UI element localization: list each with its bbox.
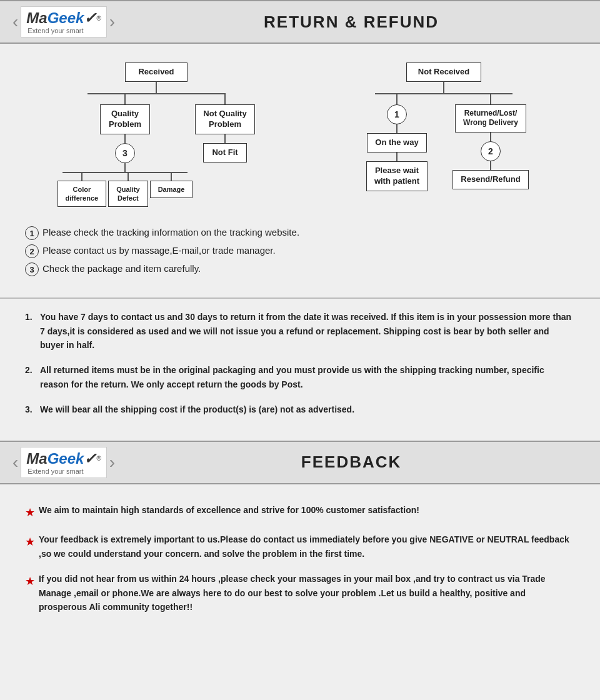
line-qp2 <box>124 134 126 143</box>
policy-num-3: 3. <box>25 402 38 416</box>
line-received-down <box>156 82 157 93</box>
logo-tagline-bottom: Extend your smart <box>28 468 83 475</box>
note-text-2: Please contact us by massage,E-mail,or t… <box>42 244 276 258</box>
page: ‹ MaGeek✓® Extend your smart › RETURN & … <box>0 0 600 700</box>
logo-x-text: ✓ <box>84 9 96 27</box>
feedback-text-2: Your feedback is extremely important to … <box>39 532 575 561</box>
flowchart-area: Received QualityProblem 3 <box>0 56 600 219</box>
feedback-text-3: If you did not hear from us within 24 ho… <box>39 572 575 614</box>
chevron-right-icon-2: › <box>109 454 115 471</box>
branch-line-nr: 1 On the way Please waitwith patient Ret… <box>350 93 538 191</box>
return-refund-title: RETURN & REFUND <box>115 12 588 32</box>
logo-reg-top: ® <box>96 15 101 22</box>
line-nr-down <box>443 82 444 93</box>
circle-1: 1 <box>387 104 407 124</box>
line-qp-down <box>124 93 126 104</box>
note-circle-1: 1 <box>25 226 39 240</box>
return-refund-header: ‹ MaGeek✓® Extend your smart › RETURN & … <box>0 0 600 44</box>
h-line-received <box>88 93 225 94</box>
line-ret-down <box>490 93 491 104</box>
policy-area: 1. You have 7 days to contact us and 30 … <box>0 304 600 440</box>
line-ret2 <box>490 132 491 141</box>
notes-area: 1 Please check the tracking information … <box>0 219 600 292</box>
not-quality-box: Not QualityProblem <box>195 104 254 134</box>
feedback-title: FEEDBACK <box>115 452 588 472</box>
returned-box: Returned/Lost/Wrong Delivery <box>455 104 526 132</box>
feedback-item-1: ★ We aim to maintain high standards of e… <box>25 503 575 522</box>
star-icon-2: ★ <box>25 533 35 551</box>
line-ret3 <box>490 161 491 170</box>
policy-text-1: You have 7 days to contact us and 30 day… <box>40 310 575 352</box>
line-nqp-down <box>224 93 226 104</box>
note-1: 1 Please check the tracking information … <box>25 226 575 240</box>
not-fit-box: Not Fit <box>203 143 247 162</box>
h-line-sub <box>62 172 188 173</box>
chevron-right-icon: › <box>109 13 115 31</box>
logo-badge-bottom: MaGeek✓® Extend your smart <box>21 447 106 478</box>
policy-text-3: We will bear all the shipping cost if th… <box>40 402 354 416</box>
feedback-header: ‹ MaGeek✓® Extend your smart › FEEDBACK <box>0 441 600 484</box>
resend-refund-box: Resend/Refund <box>452 170 528 189</box>
logo-tagline-top: Extend your smart <box>28 27 83 34</box>
branch-line-received: QualityProblem 3 Colordifference <box>56 93 256 207</box>
logo-inner-bottom: MaGeek✓® <box>26 450 101 468</box>
note-circle-2: 2 <box>25 244 39 258</box>
policy-item-2: 2. All returned items must be in the ori… <box>25 363 575 391</box>
line-otw3 <box>396 152 398 161</box>
not-quality-branch: Not QualityProblem Not Fit <box>194 93 256 162</box>
policy-num-1: 1. <box>25 310 38 324</box>
returned-branch: Returned/Lost/Wrong Delivery 2 Resend/Re… <box>444 93 538 189</box>
logo-geek-text: Geek <box>48 9 84 27</box>
policy-num-2: 2. <box>25 363 38 377</box>
color-diff-box: Colordifference <box>58 181 107 208</box>
logo-top: ‹ MaGeek✓® Extend your smart › <box>12 6 115 38</box>
line-nqp2 <box>224 134 226 143</box>
star-icon-3: ★ <box>25 572 35 591</box>
policy-item-3: 3. We will bear all the shipping cost if… <box>25 402 575 416</box>
note-text-1: Please check the tracking information on… <box>42 226 299 240</box>
logo-ma-text-2: Ma <box>26 450 47 468</box>
sub-branches: Colordifference QualityDefect Damage <box>56 172 194 208</box>
line-otw-down <box>396 93 398 104</box>
note-circle-3: 3 <box>25 262 39 276</box>
chevron-left-icon: ‹ <box>12 13 18 31</box>
quality-problem-branch: QualityProblem 3 Colordifference <box>56 93 194 207</box>
on-the-way-box: On the way <box>367 133 426 152</box>
line-cd <box>81 172 82 181</box>
policy-text-2: All returned items must be in the origin… <box>40 363 575 391</box>
feedback-text-1: We aim to maintain high standards of exc… <box>39 503 419 517</box>
logo-ma-text: Ma <box>26 9 47 27</box>
policy-item-1: 1. You have 7 days to contact us and 30 … <box>25 310 575 352</box>
star-icon-1: ★ <box>25 504 35 522</box>
quality-problem-box: QualityProblem <box>100 104 150 134</box>
logo-inner-top: MaGeek✓® <box>26 9 101 27</box>
not-received-box: Not Received <box>406 62 481 82</box>
chevron-left-icon-2: ‹ <box>12 454 18 471</box>
damage-col: Damage <box>150 172 193 198</box>
logo-geek-text-2: Geek <box>48 450 84 468</box>
damage-box: Damage <box>150 181 193 198</box>
note-text-3: Check the package and item carefully. <box>42 262 201 276</box>
logo-x-text-2: ✓ <box>84 450 96 468</box>
flowchart-left: Received QualityProblem 3 <box>19 62 294 207</box>
quality-defect-box: QualityDefect <box>108 181 148 208</box>
logo-bottom: ‹ MaGeek✓® Extend your smart › <box>12 447 115 478</box>
on-the-way-branch: 1 On the way Please waitwith patient <box>350 93 444 191</box>
note-3: 3 Check the package and item carefully. <box>25 262 575 276</box>
feedback-area: ★ We aim to maintain high standards of e… <box>0 497 600 638</box>
please-wait-box: Please waitwith patient <box>366 161 428 191</box>
divider-1 <box>0 298 600 299</box>
line-qd <box>128 172 129 181</box>
circle-2: 2 <box>481 141 501 161</box>
received-box: Received <box>125 62 188 82</box>
note-2: 2 Please contact us by massage,E-mail,or… <box>25 244 575 258</box>
color-diff-col: Colordifference <box>58 172 107 208</box>
logo-reg-bottom: ® <box>96 455 101 462</box>
feedback-item-3: ★ If you did not hear from us within 24 … <box>25 572 575 614</box>
flowchart-right: Not Received 1 On the way Please waitwit… <box>306 62 581 207</box>
logo-badge-top: MaGeek✓® Extend your smart <box>21 6 106 38</box>
line-qp3 <box>124 163 126 172</box>
line-otw2 <box>396 124 398 133</box>
line-dmg <box>171 172 172 181</box>
circle-3: 3 <box>115 143 135 163</box>
